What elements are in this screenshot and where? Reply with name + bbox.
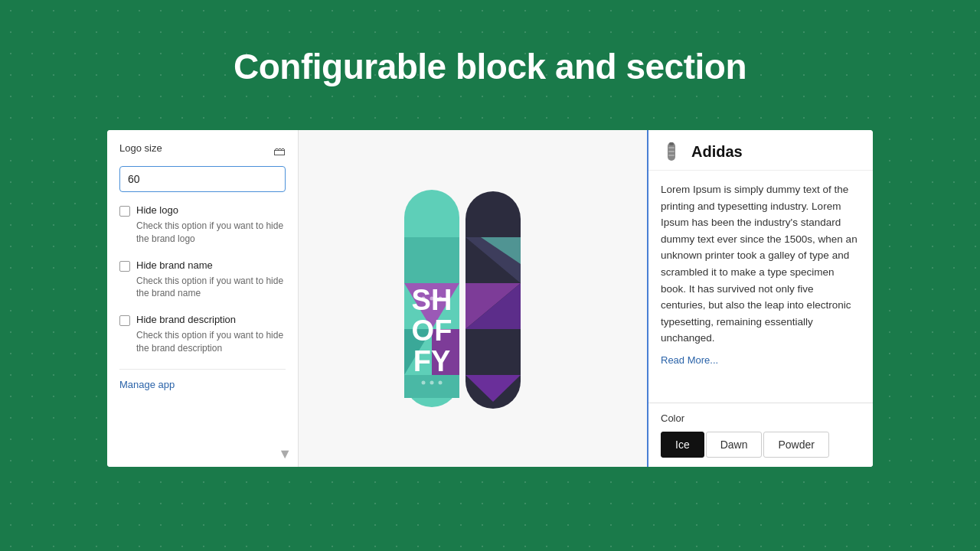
hide-brand-name-label: Hide brand name (136, 259, 213, 271)
hide-brand-desc-group: Hide brand description Check this option… (119, 314, 286, 355)
hide-logo-checkbox[interactable] (119, 206, 130, 217)
settings-sidebar: Logo size 🗃 Hide logo Check this option … (107, 130, 299, 467)
product-description-area: Lorem Ipsum is simply dummy text of the … (648, 171, 873, 403)
logo-size-label: Logo size (119, 142, 162, 154)
manage-app-link[interactable]: Manage app (119, 379, 286, 390)
svg-rect-26 (668, 155, 675, 156)
main-container: Logo size 🗃 Hide logo Check this option … (107, 130, 873, 467)
color-label: Color (661, 412, 861, 424)
svg-text:FY: FY (413, 345, 450, 377)
snowboard-image: SH OF FY (366, 176, 580, 421)
hide-logo-group: Hide logo Check this option if you want … (119, 204, 286, 246)
svg-point-10 (430, 297, 433, 301)
divider (119, 369, 286, 370)
product-panel: Adidas Lorem Ipsum is simply dummy text … (647, 130, 873, 467)
color-ice-button[interactable]: Ice (661, 432, 704, 458)
hide-brand-description-label: Hide brand description (136, 314, 236, 325)
page-title: Configurable block and section (234, 46, 746, 87)
svg-rect-25 (668, 151, 675, 152)
hide-brand-description-checkbox[interactable] (119, 315, 130, 326)
svg-marker-1 (404, 237, 459, 283)
database-icon: 🗃 (273, 145, 286, 158)
hide-logo-description: Check this option if you want to hide th… (136, 220, 286, 246)
svg-marker-5 (404, 375, 459, 398)
svg-rect-24 (668, 147, 675, 148)
product-brand-name: Adidas (691, 143, 743, 161)
read-more-link[interactable]: Read More... (661, 353, 861, 369)
svg-point-13 (430, 381, 433, 385)
hide-brand-name-description: Check this option if you want to hide th… (136, 275, 286, 301)
product-description-text: Lorem Ipsum is simply dummy text of the … (661, 184, 858, 344)
svg-point-12 (421, 381, 425, 385)
product-header: Adidas (648, 130, 873, 171)
color-dawn-button[interactable]: Dawn (706, 432, 763, 458)
hide-brand-name-group: Hide brand name Check this option if you… (119, 259, 286, 301)
svg-point-9 (421, 297, 425, 301)
scroll-down-icon: ▼ (278, 446, 292, 462)
preview-area: SH OF FY (299, 130, 647, 467)
logo-size-input[interactable] (119, 166, 286, 192)
color-buttons-group: Ice Dawn Powder (661, 432, 861, 458)
svg-text:OF: OF (411, 315, 452, 347)
color-section: Color Ice Dawn Powder (648, 403, 873, 467)
svg-point-11 (438, 297, 442, 301)
color-powder-button[interactable]: Powder (763, 432, 828, 458)
hide-logo-label: Hide logo (136, 204, 178, 216)
hide-brand-description-desc: Check this option if you want to hide th… (136, 329, 286, 355)
product-logo-icon (661, 141, 682, 162)
svg-rect-23 (669, 142, 674, 145)
hide-brand-name-checkbox[interactable] (119, 261, 130, 272)
svg-point-14 (438, 381, 442, 385)
